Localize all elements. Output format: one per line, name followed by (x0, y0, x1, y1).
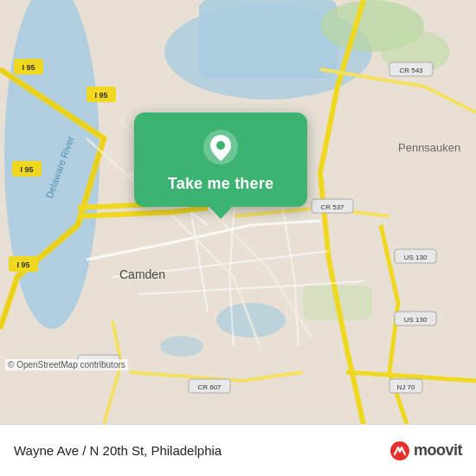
svg-text:Pennsauken: Pennsauken (398, 141, 460, 154)
map-container: I 95 I 95 I 95 I 95 CR 543 Pennsauken CR… (0, 0, 476, 424)
svg-text:I 95: I 95 (22, 63, 35, 72)
moovit-text: moovit (414, 441, 462, 460)
map-attribution: © OpenStreetMap contributors (5, 359, 128, 370)
svg-text:CR 607: CR 607 (197, 383, 222, 391)
svg-text:I 95: I 95 (94, 91, 107, 100)
svg-text:NJ 70: NJ 70 (397, 383, 415, 391)
svg-text:US 130: US 130 (404, 254, 428, 261)
svg-text:I 95: I 95 (20, 165, 33, 174)
svg-text:CR 543: CR 543 (399, 67, 423, 74)
bottom-bar: Wayne Ave / N 20th St, Philadelphia moov… (0, 424, 476, 476)
take-me-there-button[interactable]: Take me there (168, 175, 273, 193)
popup-card[interactable]: Take me there (134, 113, 307, 207)
svg-text:I 95: I 95 (16, 261, 29, 269)
svg-text:CR 537: CR 537 (320, 203, 344, 211)
moovit-logo: moovit (389, 441, 462, 461)
moovit-logo-icon (389, 441, 410, 461)
svg-text:US 130: US 130 (404, 316, 428, 324)
svg-point-35 (216, 141, 225, 150)
svg-text:Camden: Camden (119, 267, 165, 281)
svg-point-5 (160, 336, 203, 357)
location-label: Wayne Ave / N 20th St, Philadelphia (14, 443, 389, 458)
location-pin-icon (202, 128, 240, 166)
